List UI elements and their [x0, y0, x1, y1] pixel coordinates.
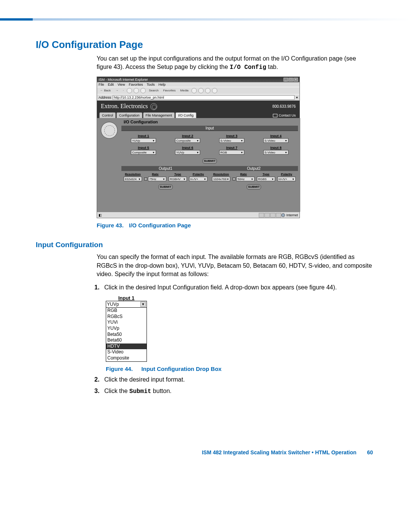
- tab-configuration[interactable]: Configuration: [116, 112, 142, 118]
- output-1-submit-button[interactable]: SUBMIT: [158, 184, 173, 190]
- input-6-label: Input 6: [170, 146, 205, 150]
- dropdown-item-rgb[interactable]: RGB: [106, 308, 147, 314]
- history-icon[interactable]: [191, 88, 197, 93]
- intro-text-a: You can set up the input configurations …: [97, 55, 356, 70]
- input-submit-button[interactable]: SUBMIT: [202, 158, 217, 164]
- menu-edit[interactable]: Edit: [108, 83, 114, 86]
- tab-io-config[interactable]: I/O Config: [175, 112, 196, 118]
- menu-file[interactable]: File: [99, 83, 104, 86]
- page-footer: ISM 482 Integrated Scaling Matrix Switch…: [0, 449, 411, 455]
- input-4: Input 4 S-Video▼: [258, 134, 293, 143]
- input-grid: Input 1 YUVp▼ Input 2 Composite▼ Input 3…: [121, 131, 298, 156]
- out2-res-select[interactable]: 1024x768▼: [212, 177, 230, 181]
- dropdown-item-hdtv[interactable]: HDTV: [106, 343, 147, 350]
- input-3-select[interactable]: S-Video▼: [219, 138, 244, 143]
- output-row: Output1 Resolution Rate Type Polarity 83…: [121, 166, 298, 192]
- tab-file-management[interactable]: File Management: [143, 112, 175, 118]
- address-go-icon[interactable]: ▾: [296, 96, 298, 99]
- menu-help[interactable]: Help: [158, 83, 166, 86]
- browser-toolbar: ← Back → · Search Favorites Media: [97, 87, 299, 94]
- envelope-icon: [273, 114, 277, 117]
- out1-hd-rate: Rate: [144, 173, 166, 176]
- menu-view[interactable]: View: [118, 83, 125, 86]
- favorites-button[interactable]: Favorites: [162, 89, 177, 92]
- edit-icon[interactable]: [212, 88, 217, 93]
- chevron-down-icon: ▼: [196, 151, 199, 154]
- output-2-submit-button[interactable]: SUBMIT: [247, 184, 261, 190]
- close-icon[interactable]: ×: [293, 78, 298, 81]
- search-button[interactable]: Search: [147, 89, 160, 92]
- chevron-down-icon: ▼: [285, 151, 287, 154]
- steps-list-2: 2.Click the desired input format. 3. Cli…: [97, 375, 373, 396]
- refresh-icon[interactable]: [134, 88, 139, 93]
- dropdown-item-beta50[interactable]: Beta50: [106, 332, 147, 338]
- status-segments: [259, 213, 281, 217]
- footer-text: ISM 482 Integrated Scaling Matrix Switch…: [202, 449, 356, 455]
- media-button[interactable]: Media: [179, 89, 190, 92]
- dropdown-item-composite[interactable]: Composite: [106, 355, 147, 361]
- stop-icon[interactable]: [127, 88, 132, 93]
- out2-pol-select[interactable]: H+/V+▼: [277, 177, 296, 181]
- brand-text: Extron. Electronics: [101, 103, 157, 110]
- contact-us-link[interactable]: Contact Us: [271, 113, 297, 118]
- chevron-down-icon: ▼: [285, 139, 287, 142]
- step-3: 3. Click the Submit button.: [97, 387, 373, 396]
- print-icon[interactable]: [205, 88, 210, 93]
- lock-icon: [144, 177, 147, 181]
- out1-hd-pol: Polarity: [189, 173, 207, 176]
- out2-hd-pol: Polarity: [277, 173, 296, 176]
- dropdown-label: Input 1: [106, 295, 147, 301]
- input-2-select[interactable]: Composite▼: [175, 138, 200, 143]
- panel-title: I/O Configuration: [121, 118, 298, 126]
- step3-b: button.: [151, 388, 171, 394]
- back-button[interactable]: ← Back: [99, 89, 112, 92]
- dropdown-item-yuvi[interactable]: YUVi: [106, 320, 147, 326]
- intro-paragraph: You can set up the input configurations …: [97, 54, 373, 72]
- minimize-icon[interactable]: _: [284, 78, 288, 81]
- out2-rate-select[interactable]: 50Hz▼: [236, 177, 255, 181]
- maximize-icon[interactable]: □: [288, 78, 293, 81]
- out1-type-select[interactable]: RGBHV▼: [169, 177, 187, 181]
- step-1: 1.Click in the desired Input Configurati…: [97, 283, 373, 292]
- input-1-label: Input 1: [126, 134, 161, 138]
- dropdown-item-beta60[interactable]: Beta60: [106, 337, 147, 343]
- tab-control[interactable]: Control: [99, 112, 116, 118]
- input-7: Input 7 RGB▼: [214, 146, 249, 155]
- output-1: Output1 Resolution Rate Type Polarity 83…: [121, 166, 210, 192]
- lock-icon: [233, 177, 236, 181]
- input-config-paragraph: You can specify the format of each input…: [97, 253, 373, 278]
- home-icon[interactable]: [140, 88, 146, 93]
- phone-number: 800.633.9876: [272, 104, 296, 109]
- menu-favorites[interactable]: Favorites: [129, 83, 143, 86]
- input-8-select[interactable]: S-Video▼: [263, 150, 288, 155]
- chevron-down-icon: ▼: [241, 139, 243, 142]
- dropdown-item-yuvp[interactable]: YUVp: [106, 326, 147, 332]
- config-panel: I/O Configuration Input Input 1 YUVp▼ In…: [121, 118, 300, 212]
- address-input[interactable]: [113, 95, 295, 100]
- input-4-select[interactable]: S-Video▼: [263, 138, 288, 143]
- out2-type-select[interactable]: RGBS▼: [257, 177, 275, 181]
- chevron-down-icon: ▼: [241, 151, 243, 154]
- browser-statusbar: ◧ Internet: [97, 212, 299, 218]
- input-section-bar: Input: [121, 126, 298, 131]
- out1-pol-select[interactable]: H-/V+▼: [189, 177, 207, 181]
- input-7-select[interactable]: RGB▼: [219, 150, 244, 155]
- out1-rate-select[interactable]: 75Hz▼: [148, 177, 166, 181]
- globe-icon: [281, 213, 285, 217]
- menu-tools[interactable]: Tools: [147, 83, 155, 86]
- dropdown-list: RGB RGBcS YUVi YUVp Beta50 Beta60 HDTV S…: [106, 308, 147, 361]
- forward-button[interactable]: →: [114, 89, 120, 92]
- fig44-label: Figure 44.: [106, 366, 133, 372]
- mail-icon[interactable]: [198, 88, 204, 93]
- status-zone: Internet: [281, 213, 298, 217]
- chevron-down-icon: ▼: [152, 151, 155, 154]
- input-5-select[interactable]: Composite▼: [131, 150, 156, 155]
- input-6-select[interactable]: YUVp▼: [175, 150, 200, 155]
- step-2: 2.Click the desired input format.: [97, 375, 373, 384]
- input-1-select[interactable]: YUVp▼: [131, 138, 156, 143]
- dropdown-select[interactable]: YUVp ▼: [106, 301, 147, 308]
- dropdown-item-rgbcs[interactable]: RGBcS: [106, 314, 147, 320]
- browser-titlebar: ISM - Microsoft Internet Explorer _ □ ×: [97, 77, 299, 82]
- dropdown-item-svideo[interactable]: S-Video: [106, 349, 147, 355]
- out1-res-select[interactable]: 832x624▼: [124, 177, 142, 181]
